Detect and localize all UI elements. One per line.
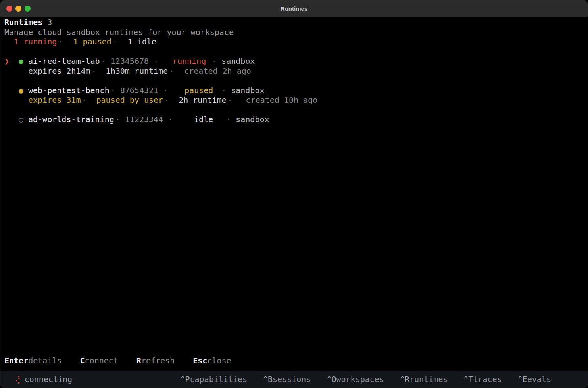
dot-separator: · [154,56,158,66]
page-subtitle: Manage cloud sandbox runtimes for your w… [4,27,234,37]
status-dot-icon: ● [19,86,28,96]
hotkey-evals[interactable]: ^Eevals [518,375,551,384]
dot-separator: · [82,95,86,105]
dot-separator: · [228,95,233,105]
close-button[interactable] [6,6,12,12]
runtime-duration: 2h runtime [179,95,226,105]
runtime-id: 12345678 [111,56,149,66]
runtime-paused-by: paused by user [96,95,163,105]
page-header: Runtimes3 [4,17,586,27]
runtime-name: web-pentest-bench [28,86,110,95]
dot-separator: · [164,95,169,105]
dot-separator: · [101,56,106,66]
help-close[interactable]: Escclose [193,356,231,365]
dot-separator: · [58,37,63,46]
status-summary: 1 running·1 paused·1 idle [4,37,586,47]
dot-separator: · [111,86,115,95]
runtime-kind: sandbox [236,115,269,124]
zoom-button[interactable] [25,6,31,12]
dot-separator: · [221,86,226,95]
runtime-expires: expires 2h14m [28,66,90,76]
runtime-id: 11223344 [125,115,163,124]
dot-separator: · [169,66,174,76]
dot-separator: · [113,37,117,46]
traffic-lights [6,0,31,17]
dot-separator: · [212,56,217,66]
help-bar: EnterdetailsCconnectRrefreshEscclose [4,356,250,366]
connection-status: connecting [25,375,72,384]
dot-separator: · [92,66,96,76]
window-title: Runtimes [281,5,307,12]
status-dot-icon: ○ [19,115,28,125]
runtime-created: created 2h ago [184,66,251,76]
minimize-button[interactable] [15,6,21,12]
summary-paused: 1 paused [73,37,111,46]
runtime-row[interactable]: ●web-pentest-bench·87654321·paused·sandb… [4,86,586,105]
runtime-kind: sandbox [231,86,264,95]
hotkey-traces[interactable]: ^Ttraces [463,375,502,384]
runtime-id: 87654321 [120,86,158,95]
summary-idle: 1 idle [128,37,156,46]
runtime-status: idle [182,115,225,125]
status-bar: ⢜ connecting ^Pcapabilities ^Bsessions ^… [0,371,588,388]
page-title: Runtimes [4,17,42,27]
runtime-status: paused [177,86,220,96]
runtime-row[interactable]: ○ad-worlds-training·11223344·idle·sandbo… [4,115,586,125]
status-dot-icon: ● [19,56,28,66]
dot-separator: · [168,115,173,124]
spinner-icon: ⢜ [15,375,21,384]
runtime-count: 3 [47,17,52,27]
help-refresh[interactable]: Rrefresh [136,356,175,365]
main-content: Runtimes3 Manage cloud sandbox runtimes … [4,17,586,125]
selection-indicator: ❯ [4,56,19,66]
runtime-status: running [168,56,211,66]
help-details[interactable]: Enterdetails [4,356,62,365]
hotkey-sessions[interactable]: ^Bsessions [263,375,311,384]
runtime-expires: expires 31m [28,95,81,105]
dot-separator: · [163,86,168,95]
hotkey-workspaces[interactable]: ^Oworkspaces [327,375,384,384]
hotkey-capabilities[interactable]: ^Pcapabilities [180,375,247,384]
summary-running: 1 running [14,37,57,46]
dot-separator: · [115,115,120,124]
global-hotkeys: ^Pcapabilities ^Bsessions ^Oworkspaces ^… [180,375,551,384]
runtime-created: created 10h ago [246,95,318,105]
titlebar: Runtimes [0,0,588,17]
runtime-name: ai-red-team-lab [28,56,100,66]
runtime-duration: 1h30m runtime [106,66,168,76]
runtime-row[interactable]: ❯●ai-red-team-lab·12345678·running·sandb… [4,56,586,76]
help-connect[interactable]: Cconnect [80,356,118,365]
hotkey-runtimes[interactable]: ^Rruntimes [400,375,448,384]
runtime-list: ❯●ai-red-team-lab·12345678·running·sandb… [4,56,586,125]
runtime-kind: sandbox [221,56,255,66]
runtime-name: ad-worlds-training [28,115,114,124]
app-window: Runtimes Runtimes3 Manage cloud sandbox … [0,0,588,388]
dot-separator: · [226,115,231,124]
